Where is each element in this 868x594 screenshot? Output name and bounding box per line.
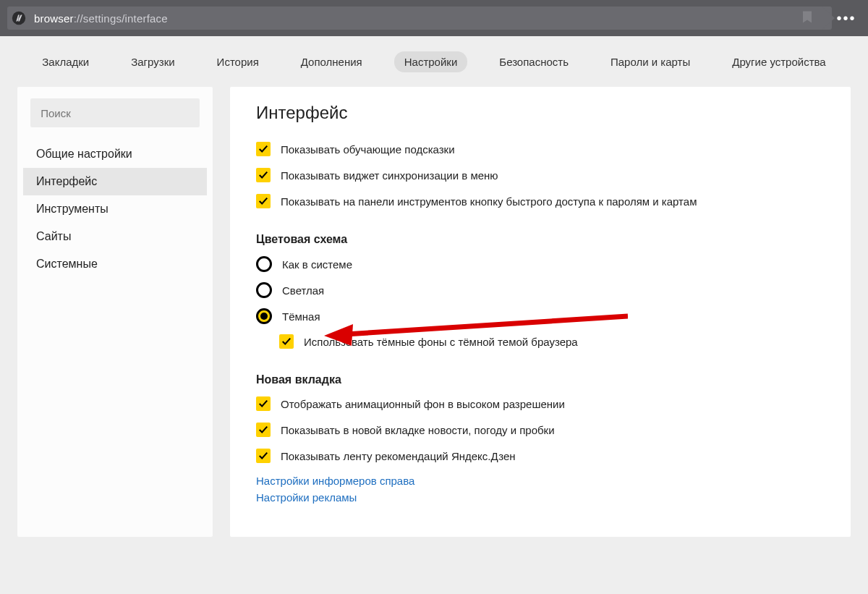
new-tab-heading: Новая вкладка [256, 373, 825, 386]
sidebar-item-system[interactable]: Системные [23, 250, 207, 278]
checkbox-zen-feed[interactable]: Показывать ленту рекомендаций Яндекс.Дзе… [256, 449, 825, 463]
checkmark-icon [256, 194, 271, 208]
checkmark-icon [256, 396, 271, 411]
sidebar-item-interface[interactable]: Интерфейс [23, 168, 207, 195]
radio-light[interactable]: Светлая [256, 282, 825, 298]
topnav-security[interactable]: Безопасность [489, 51, 579, 72]
radio-icon [256, 256, 272, 272]
bookmark-icon[interactable] [801, 11, 813, 26]
checkbox-label: Показывать ленту рекомендаций Яндекс.Дзе… [281, 450, 516, 462]
topnav-history[interactable]: История [207, 51, 269, 72]
topnav-passwords[interactable]: Пароли и карты [600, 51, 700, 72]
checkmark-icon [279, 334, 294, 349]
radio-label: Светлая [282, 284, 324, 297]
checkmark-icon [256, 423, 271, 437]
checkbox-sync-widget[interactable]: Показывать виджет синхронизации в меню [256, 168, 825, 182]
topnav-downloads[interactable]: Загрузки [121, 51, 184, 72]
checkmark-icon [256, 449, 271, 463]
checkbox-label: Показывать на панели инструментов кнопку… [281, 195, 697, 208]
radio-system[interactable]: Как в системе [256, 256, 825, 272]
top-nav: Закладки Загрузки История Дополнения Нас… [0, 36, 868, 87]
color-scheme-heading: Цветовая схема [256, 233, 825, 246]
radio-icon [256, 282, 272, 298]
checkbox-label: Использовать тёмные фоны с тёмной темой … [304, 336, 578, 348]
checkbox-label: Отображать анимационный фон в высоком ра… [281, 398, 565, 410]
checkbox-show-hints[interactable]: Показывать обучающие подсказки [256, 142, 825, 156]
sidebar-item-tools[interactable]: Инструменты [23, 195, 207, 223]
menu-dots-icon[interactable]: ••• [832, 10, 861, 27]
search-input[interactable] [30, 98, 200, 127]
checkmark-icon [256, 168, 271, 182]
checkbox-pwd-button[interactable]: Показывать на панели инструментов кнопку… [256, 194, 825, 208]
address-bar: browser://settings/interface ••• [0, 0, 868, 36]
topnav-settings[interactable]: Настройки [394, 51, 468, 72]
checkbox-label: Показывать виджет синхронизации в меню [281, 169, 498, 182]
sidebar-item-sites[interactable]: Сайты [23, 223, 207, 250]
topnav-addons[interactable]: Дополнения [291, 51, 373, 72]
checkbox-animated-bg[interactable]: Отображать анимационный фон в высоком ра… [256, 396, 825, 411]
site-icon [9, 9, 28, 27]
sidebar-item-general[interactable]: Общие настройки [23, 140, 207, 168]
address-url: browser://settings/interface [34, 12, 168, 25]
topnav-devices[interactable]: Другие устройства [722, 51, 835, 72]
topnav-bookmarks[interactable]: Закладки [32, 51, 99, 72]
checkbox-news-weather[interactable]: Показывать в новой вкладке новости, пого… [256, 423, 825, 437]
svg-point-0 [12, 12, 25, 25]
link-informers[interactable]: Настройки информеров справа [256, 475, 825, 487]
checkbox-label: Показывать в новой вкладке новости, пого… [281, 424, 555, 436]
checkbox-dark-backgrounds[interactable]: Использовать тёмные фоны с тёмной темой … [279, 334, 825, 349]
radio-icon [256, 308, 272, 324]
page-title: Интерфейс [256, 103, 825, 123]
checkmark-icon [256, 142, 271, 156]
radio-dark[interactable]: Тёмная [256, 308, 825, 324]
checkbox-label: Показывать обучающие подсказки [281, 143, 455, 156]
radio-label: Тёмная [282, 310, 320, 323]
radio-label: Как в системе [282, 258, 352, 271]
link-ads[interactable]: Настройки рекламы [256, 491, 825, 504]
settings-content: Интерфейс Показывать обучающие подсказки… [230, 87, 851, 537]
address-field[interactable]: browser://settings/interface [7, 7, 832, 30]
settings-sidebar: Общие настройки Интерфейс Инструменты Са… [17, 87, 213, 537]
